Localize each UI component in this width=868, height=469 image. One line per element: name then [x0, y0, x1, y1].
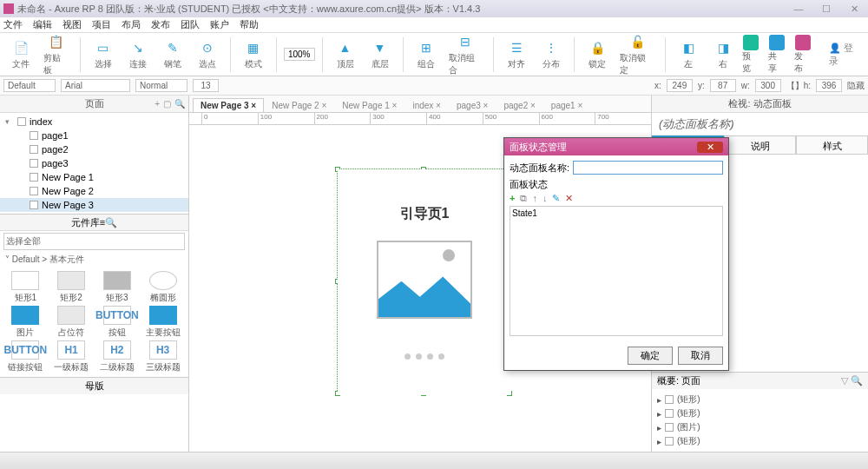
tool-point[interactable]: ⊙选点 — [192, 37, 223, 72]
dialog-titlebar[interactable]: 面板状态管理 ✕ — [504, 138, 728, 155]
tool-pen[interactable]: ✎钢笔 — [157, 37, 188, 72]
page-tab[interactable]: page2 × — [496, 98, 542, 112]
close-button[interactable]: ✕ — [844, 3, 865, 15]
tool-align[interactable]: ☰对齐 — [501, 37, 532, 72]
menu-account[interactable]: 账户 — [210, 18, 229, 31]
dynamic-panel-content: 引导页1 — [338, 169, 511, 395]
publish-button[interactable]: 发布 — [794, 35, 812, 75]
page-tree-item[interactable]: ▾index — [0, 115, 188, 129]
page-tree-item[interactable]: New Page 1 — [0, 170, 188, 184]
duplicate-state-icon[interactable]: ⧉ — [520, 193, 527, 204]
menu-team[interactable]: 团队 — [181, 18, 200, 31]
login-button[interactable]: 👤 登录 — [829, 42, 863, 68]
w-input[interactable]: 300 — [755, 79, 781, 92]
tool-unlock[interactable]: 🔓取消锁定 — [616, 31, 658, 78]
edit-state-icon[interactable]: ✎ — [552, 193, 560, 204]
tool-left[interactable]: ◧左 — [673, 37, 704, 72]
widget-item[interactable]: 主要按钮 — [141, 306, 185, 339]
menu-help[interactable]: 帮助 — [240, 18, 259, 31]
cancel-button[interactable]: 取消 — [678, 347, 723, 365]
share-button[interactable]: 共享 — [768, 35, 786, 75]
format-bar: Default Arial Normal 13 x:249 y:87 w:300… — [0, 76, 868, 96]
h-input[interactable]: 396 — [816, 79, 842, 92]
preview-button[interactable]: 预览 — [742, 35, 760, 75]
state-toolbar: + ⧉ ↑ ↓ ✎ ✕ — [510, 191, 723, 206]
font-select[interactable]: Arial — [61, 79, 130, 92]
widget-item[interactable]: BUTTON按钮 — [95, 306, 140, 339]
tool-lock[interactable]: 🔒锁定 — [582, 37, 613, 72]
outline-item[interactable]: ▸(矩形) — [657, 406, 863, 420]
page-tree-item[interactable]: page2 — [0, 142, 188, 156]
dialog-close-button[interactable]: ✕ — [697, 142, 723, 153]
menu-layout[interactable]: 布局 — [122, 18, 141, 31]
tool-group[interactable]: ⊞组合 — [411, 37, 442, 72]
style-select[interactable]: Default — [3, 79, 56, 92]
y-input[interactable]: 87 — [710, 79, 736, 92]
state-item[interactable]: State1 — [512, 208, 720, 218]
page-tab[interactable]: New Page 2 × — [264, 98, 334, 112]
widget-item[interactable]: 矩形1 — [3, 271, 48, 304]
add-page-icon[interactable]: + — [155, 99, 160, 109]
outline-item[interactable]: ▸(矩形) — [657, 393, 863, 406]
tool-distribute[interactable]: ⋮分布 — [536, 37, 567, 72]
ok-button[interactable]: 确定 — [628, 347, 673, 365]
menu-project[interactable]: 项目 — [92, 18, 111, 31]
library-breadcrumb[interactable]: ˅ Default > 基本元件 — [0, 252, 188, 268]
widget-item[interactable]: H3三级标题 — [141, 340, 185, 373]
widget-item[interactable]: H1一级标题 — [49, 340, 94, 373]
page-tree-item[interactable]: New Page 2 — [0, 184, 188, 198]
tab-style[interactable]: 样式 — [796, 135, 868, 155]
widget-item[interactable]: 占位符 — [49, 306, 94, 339]
add-state-icon[interactable]: + — [510, 193, 515, 204]
widget-item[interactable]: 椭圆形 — [141, 271, 185, 304]
page-tree-item[interactable]: New Page 3 — [0, 198, 188, 212]
tab-notes[interactable]: 说明 — [724, 135, 796, 155]
state-list[interactable]: State1 — [510, 206, 723, 336]
delete-state-icon[interactable]: ✕ — [565, 193, 573, 204]
widget-item[interactable]: 矩形3 — [95, 271, 140, 304]
tool-top[interactable]: ▲顶层 — [330, 37, 361, 72]
tool-clipboard[interactable]: 📋剪贴板 — [40, 31, 73, 78]
widget-item[interactable]: BUTTON链接按钮 — [3, 340, 48, 373]
x-input[interactable]: 249 — [667, 79, 693, 92]
page-tab[interactable]: New Page 1 × — [334, 98, 404, 112]
widget-item[interactable]: 矩形2 — [49, 271, 94, 304]
selection-outline[interactable]: 引导页1 — [337, 168, 510, 394]
tool-connect[interactable]: ↘连接 — [122, 37, 154, 72]
weight-select[interactable]: Normal — [135, 79, 187, 92]
library-select[interactable]: 选择全部 — [3, 233, 185, 250]
movedown-state-icon[interactable]: ↓ — [542, 193, 548, 204]
tool-right[interactable]: ◨右 — [707, 37, 739, 72]
page-tab[interactable]: index × — [404, 98, 449, 112]
menu-file[interactable]: 文件 — [3, 18, 23, 31]
page-tree-item[interactable]: page3 — [0, 156, 188, 170]
widget-item[interactable]: H2二级标题 — [95, 340, 140, 373]
outline-item[interactable]: ▸(矩形) — [657, 434, 863, 448]
menu-view[interactable]: 视图 — [62, 18, 82, 31]
bring-front-icon: ▲ — [337, 39, 354, 56]
menu-publish[interactable]: 发布 — [151, 18, 170, 31]
page-tree-item[interactable]: page1 — [0, 129, 188, 142]
page-tab[interactable]: New Page 3 × — [193, 98, 264, 112]
page-tab[interactable]: page3 × — [449, 98, 496, 112]
page-tab[interactable]: page1 × — [543, 98, 590, 112]
tool-style[interactable]: ▦模式 — [238, 37, 269, 72]
search-icon[interactable]: 🔍 — [174, 99, 185, 109]
minimize-button[interactable]: — — [788, 3, 809, 15]
menu-edit[interactable]: 编辑 — [33, 18, 52, 31]
panel-name-input[interactable] — [573, 161, 723, 175]
zoom-select[interactable]: 100% — [284, 48, 315, 61]
tool-bottom[interactable]: ▼底层 — [365, 37, 396, 72]
filter-icon[interactable]: ▽ 🔍 — [841, 375, 863, 386]
tool-file[interactable]: 📄文件 — [5, 37, 36, 72]
tool-select[interactable]: ▭选择 — [88, 37, 119, 72]
hide-toggle[interactable]: 隐藏 — [847, 80, 865, 92]
fontsize-input[interactable]: 13 — [193, 79, 219, 92]
outline-item[interactable]: ▸(图片) — [657, 420, 863, 434]
lib-search-icon[interactable]: 🔍 — [105, 217, 117, 228]
tool-ungroup[interactable]: ⊟取消组合 — [445, 31, 487, 78]
moveup-state-icon[interactable]: ↑ — [532, 193, 537, 204]
widget-item[interactable]: 图片 — [3, 306, 48, 339]
add-folder-icon[interactable]: ▢ — [163, 99, 171, 109]
maximize-button[interactable]: ☐ — [816, 3, 837, 15]
